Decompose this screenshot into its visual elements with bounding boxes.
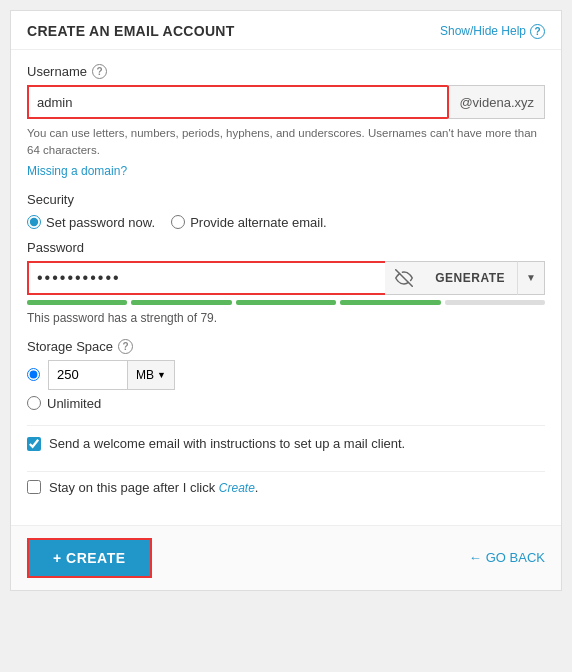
password-label: Password: [27, 240, 84, 255]
storage-unit-dropdown[interactable]: MB ▼: [128, 360, 175, 390]
username-help-icon[interactable]: ?: [92, 64, 107, 79]
domain-suffix: @videna.xyz: [447, 85, 545, 119]
generate-dropdown-icon: ▼: [526, 272, 536, 283]
username-hint: You can use letters, numbers, periods, h…: [27, 125, 545, 160]
unlimited-radio[interactable]: [27, 396, 41, 410]
password-label-row: Password: [27, 240, 545, 255]
generate-button[interactable]: GENERATE: [423, 261, 517, 295]
username-input[interactable]: [27, 85, 447, 119]
show-hide-help-label: Show/Hide Help: [440, 24, 526, 38]
strength-seg-1: [27, 300, 127, 305]
storage-label-row: Storage Space ?: [27, 339, 545, 354]
toggle-password-btn[interactable]: [385, 261, 423, 295]
missing-domain-link[interactable]: Missing a domain?: [27, 164, 127, 178]
stay-on-page-text: Stay on this page after I click Create.: [49, 480, 258, 495]
welcome-email-checkbox[interactable]: [27, 437, 41, 451]
storage-unit-dropdown-icon: ▼: [157, 370, 166, 380]
strength-seg-5: [445, 300, 545, 305]
back-arrow-icon: ←: [469, 550, 482, 565]
strength-seg-4: [340, 300, 440, 305]
storage-amount-radio[interactable]: [27, 368, 40, 381]
username-row: @videna.xyz: [27, 85, 545, 119]
generate-dropdown-btn[interactable]: ▼: [517, 261, 545, 295]
storage-help-icon[interactable]: ?: [118, 339, 133, 354]
strength-bar: [27, 300, 545, 305]
set-password-radio[interactable]: [27, 215, 41, 229]
create-link[interactable]: Create: [219, 481, 255, 495]
eye-off-icon: [395, 269, 413, 287]
alternate-email-radio[interactable]: [171, 215, 185, 229]
create-button-label: + CREATE: [53, 550, 126, 566]
card-footer: + CREATE ← GO BACK: [11, 525, 561, 590]
go-back-label: GO BACK: [486, 550, 545, 565]
alternate-email-option[interactable]: Provide alternate email.: [171, 215, 327, 230]
welcome-email-row: Send a welcome email with instructions t…: [27, 425, 545, 461]
strength-seg-3: [236, 300, 336, 305]
storage-label: Storage Space: [27, 339, 113, 354]
username-label-row: Username ?: [27, 64, 545, 79]
storage-unit-label: MB: [136, 368, 154, 382]
unlimited-label: Unlimited: [47, 396, 101, 411]
stay-on-page-checkbox[interactable]: [27, 480, 41, 494]
password-input[interactable]: [27, 261, 385, 295]
card-body: Username ? @videna.xyz You can use lette…: [11, 50, 561, 525]
show-hide-help-link[interactable]: Show/Hide Help ?: [440, 24, 545, 39]
security-label: Security: [27, 192, 545, 207]
card-header: CREATE AN EMAIL ACCOUNT Show/Hide Help ?: [11, 11, 561, 50]
strength-seg-2: [131, 300, 231, 305]
password-row: GENERATE ▼: [27, 261, 545, 295]
stay-on-page-row: Stay on this page after I click Create.: [27, 471, 545, 509]
storage-input[interactable]: [48, 360, 128, 390]
stay-prefix: Stay on this page after I click: [49, 480, 215, 495]
alternate-email-label: Provide alternate email.: [190, 215, 327, 230]
stay-suffix: .: [255, 480, 259, 495]
set-password-option[interactable]: Set password now.: [27, 215, 155, 230]
unlimited-row: Unlimited: [27, 396, 545, 411]
security-radio-row: Set password now. Provide alternate emai…: [27, 215, 545, 230]
storage-radio-row: MB ▼: [27, 360, 545, 390]
create-button[interactable]: + CREATE: [27, 538, 152, 578]
welcome-email-label: Send a welcome email with instructions t…: [49, 436, 405, 451]
help-circle-icon: ?: [530, 24, 545, 39]
storage-input-wrapper: MB ▼: [48, 360, 175, 390]
go-back-link[interactable]: ← GO BACK: [469, 550, 545, 565]
set-password-label: Set password now.: [46, 215, 155, 230]
page-title: CREATE AN EMAIL ACCOUNT: [27, 23, 235, 39]
storage-section: Storage Space ? MB ▼ Unlimited: [27, 339, 545, 411]
create-email-card: CREATE AN EMAIL ACCOUNT Show/Hide Help ?…: [10, 10, 562, 591]
username-label: Username: [27, 64, 87, 79]
strength-text: This password has a strength of 79.: [27, 311, 545, 325]
